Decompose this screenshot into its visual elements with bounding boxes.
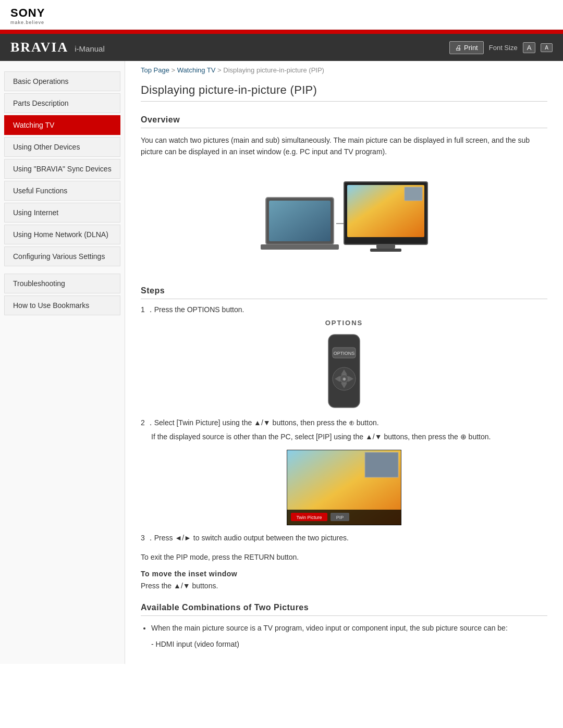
svg-text:OPTIONS: OPTIONS [334, 351, 355, 356]
sidebar-item-using-other-devices[interactable]: Using Other Devices [4, 137, 120, 157]
svg-text:PIP: PIP [336, 515, 344, 520]
sidebar-item-watching-tv[interactable]: Watching TV [4, 115, 120, 135]
breadcrumb: Top Page > Watching TV > Displaying pict… [141, 61, 547, 78]
combination-sub-item-1: HDMI input (video format) [151, 640, 547, 648]
inset-window-title: To move the inset window [141, 570, 547, 578]
main-layout: Basic Operations Parts Description Watch… [0, 61, 563, 664]
svg-rect-9 [405, 187, 422, 201]
sidebar-item-configuring-various-settings[interactable]: Configuring Various Settings [4, 246, 120, 266]
svg-rect-3 [261, 244, 339, 250]
breadcrumb-separator-1: > [172, 66, 177, 74]
font-small-button[interactable]: A [541, 43, 553, 52]
step-2-text: 2 ．Select [Twin Picture] using the ▲/▼ b… [141, 418, 547, 428]
svg-rect-21 [365, 452, 398, 477]
bravia-title: BRAVIA [10, 40, 68, 55]
sidebar-item-using-home-network[interactable]: Using Home Network (DLNA) [4, 225, 120, 244]
steps-heading: Steps [141, 281, 547, 299]
content-area: Top Page > Watching TV > Displaying pict… [125, 61, 563, 664]
accent-bar [0, 30, 563, 34]
sidebar-item-parts-description[interactable]: Parts Description [4, 93, 120, 113]
top-bar: SONY make.believe [0, 0, 563, 30]
step-2-sub: If the displayed source is other than th… [141, 431, 547, 442]
print-icon: 🖨 [455, 44, 462, 52]
step-1: 1 ．Press the OPTIONS button. OPTIONS OPT… [141, 305, 547, 410]
combination-sub-list: HDMI input (video format) [141, 640, 547, 648]
sidebar-item-how-to-use-bookmarks[interactable]: How to Use Bookmarks [4, 295, 120, 315]
sidebar-item-using-bravia-sync[interactable]: Using "BRAVIA" Sync Devices [4, 159, 120, 179]
overview-body: You can watch two pictures (main and sub… [141, 134, 547, 158]
step-2: 2 ．Select [Twin Picture] using the ▲/▼ b… [141, 418, 547, 525]
breadcrumb-watching-tv[interactable]: Watching TV [177, 66, 216, 74]
remote-illustration: OPTIONS ⊕ [141, 332, 547, 410]
print-label: Print [464, 44, 478, 52]
overview-image [141, 166, 547, 270]
header-bar: BRAVIA i-Manual 🖨 Print Font Size A A [0, 34, 563, 61]
imanual-label: i-Manual [75, 44, 105, 53]
pip-overview-svg [255, 166, 433, 270]
sidebar: Basic Operations Parts Description Watch… [0, 61, 125, 664]
combinations-list: When the main picture source is a TV pro… [141, 622, 547, 635]
remote-svg: OPTIONS ⊕ [318, 332, 370, 410]
font-large-button[interactable]: A [523, 42, 536, 53]
breadcrumb-separator-2: > [217, 66, 223, 74]
step-3: 3 ．Press ◄/► to switch audio output betw… [141, 534, 547, 543]
step-3-text: 3 ．Press ◄/► to switch audio output betw… [141, 534, 547, 543]
print-button[interactable]: 🖨 Print [449, 41, 484, 54]
sidebar-item-troubleshooting[interactable]: Troubleshooting [4, 274, 120, 293]
breadcrumb-top-page[interactable]: Top Page [141, 66, 169, 74]
exit-note: To exit the PIP mode, press the RETURN b… [141, 551, 547, 563]
sidebar-item-using-internet[interactable]: Using Internet [4, 203, 120, 223]
sidebar-item-basic-operations[interactable]: Basic Operations [4, 71, 120, 91]
combination-item-1: When the main picture source is a TV pro… [151, 622, 547, 635]
header-controls: 🖨 Print Font Size A A [449, 41, 553, 54]
svg-rect-2 [269, 201, 331, 241]
combinations-heading: Available Combinations of Two Pictures [141, 598, 547, 616]
svg-rect-7 [376, 244, 395, 249]
font-size-label: Font Size [489, 44, 518, 52]
svg-text:Twin Picture: Twin Picture [296, 515, 322, 520]
header-title-group: BRAVIA i-Manual [10, 40, 105, 55]
page-title: Displaying picture-in-picture (PIP) [141, 78, 547, 102]
options-label: OPTIONS [141, 319, 547, 327]
pip-screenshot-container: Twin Picture PIP [141, 450, 547, 525]
sony-tagline: make.believe [10, 20, 553, 25]
overview-heading: Overview [141, 110, 547, 128]
breadcrumb-current: Displaying picture-in-picture (PIP) [223, 66, 324, 74]
sony-logo: SONY [10, 6, 553, 20]
inset-window-body: Press the ▲/▼ buttons. [141, 580, 547, 591]
pip-screenshot-svg: Twin Picture PIP [287, 450, 401, 525]
svg-text:⊕: ⊕ [342, 377, 346, 381]
step-1-text: 1 ．Press the OPTIONS button. [141, 305, 547, 315]
svg-rect-8 [370, 249, 401, 252]
sidebar-item-useful-functions[interactable]: Useful Functions [4, 181, 120, 201]
